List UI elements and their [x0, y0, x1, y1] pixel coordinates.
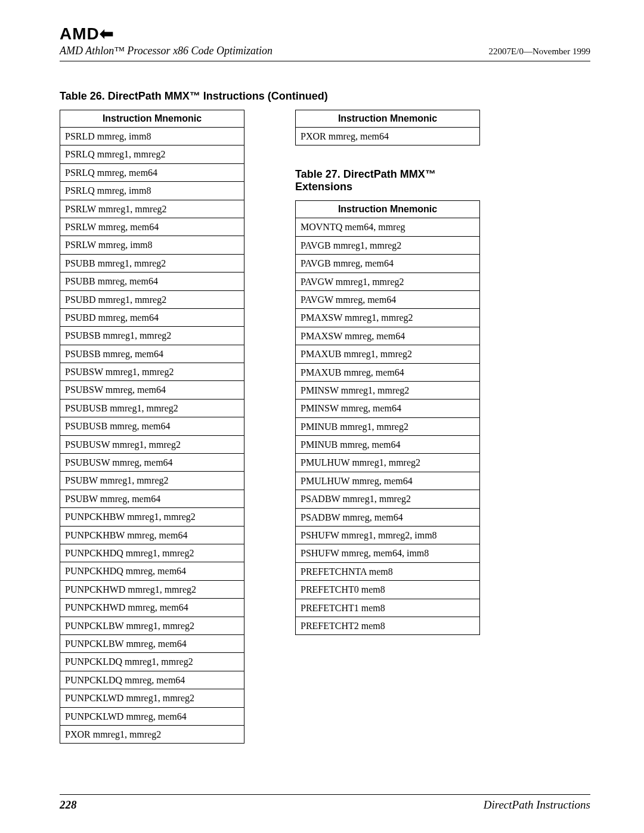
instruction-cell: MOVNTQ mem64, mmreg: [296, 218, 480, 236]
instruction-cell: PSHUFW mmreg, mem64, imm8: [296, 544, 480, 562]
instruction-cell: PSUBSB mmreg, mem64: [60, 345, 244, 363]
instruction-cell: PAVGW mmreg, mem64: [296, 290, 480, 308]
content-columns: Instruction Mnemonic PSRLD mmreg, imm8PS…: [60, 110, 590, 744]
instruction-cell: PUNPCKHBW mmreg1, mmreg2: [60, 508, 244, 526]
instruction-cell: PSADBW mmreg, mem64: [296, 508, 480, 526]
instruction-cell: PSUBW mmreg1, mmreg2: [60, 472, 244, 490]
instruction-cell: PSRLQ mmreg, mem64: [60, 163, 244, 181]
right-column: Instruction Mnemonic PXOR mmreg, mem64 T…: [295, 110, 480, 635]
instruction-cell: PSRLQ mmreg1, mmreg2: [60, 145, 244, 163]
instruction-cell: PMINSW mmreg, mem64: [296, 400, 480, 417]
instruction-cell: PUNPCKLWD mmreg1, mmreg2: [60, 689, 244, 707]
table-26-right: Instruction Mnemonic PXOR mmreg, mem64: [295, 110, 480, 145]
instruction-cell: PSRLW mmreg, imm8: [60, 236, 244, 254]
instruction-cell: PMINUB mmreg, mem64: [296, 436, 480, 454]
instruction-cell: PAVGB mmreg, mem64: [296, 255, 480, 272]
footer-rule: [60, 794, 590, 795]
page-number: 228: [60, 798, 77, 812]
header-row: AMD Athlon™ Processor x86 Code Optimizat…: [60, 45, 590, 57]
instruction-cell: PSUBUSW mmreg1, mmreg2: [60, 435, 244, 453]
table-26-left: Instruction Mnemonic PSRLD mmreg, imm8PS…: [60, 110, 244, 744]
footer-section: DirectPath Instructions: [484, 798, 590, 812]
instruction-cell: PUNPCKLDQ mmreg, mem64: [60, 671, 244, 689]
table-27-title: Table 27. DirectPath MMX™ Extensions: [295, 168, 480, 193]
instruction-cell: PUNPCKHBW mmreg, mem64: [60, 526, 244, 544]
instruction-cell: PSUBB mmreg, mem64: [60, 272, 244, 290]
instruction-cell: PXOR mmreg1, mmreg2: [60, 725, 244, 743]
instruction-cell: PSUBUSB mmreg1, mmreg2: [60, 399, 244, 417]
instruction-cell: PMINUB mmreg1, mmreg2: [296, 417, 480, 435]
instruction-cell: PAVGB mmreg1, mmreg2: [296, 236, 480, 254]
instruction-cell: PUNPCKLBW mmreg, mem64: [60, 634, 244, 652]
instruction-cell: PSRLQ mmreg, imm8: [60, 182, 244, 200]
instruction-cell: PREFETCHT0 mem8: [296, 581, 480, 599]
instruction-cell: PUNPCKHDQ mmreg, mem64: [60, 562, 244, 580]
col-header: Instruction Mnemonic: [296, 201, 480, 218]
instruction-cell: PSUBB mmreg1, mmreg2: [60, 254, 244, 272]
instruction-cell: PUNPCKLBW mmreg1, mmreg2: [60, 617, 244, 634]
instruction-cell: PSHUFW mmreg1, mmreg2, imm8: [296, 527, 480, 544]
table-27: Instruction Mnemonic MOVNTQ mem64, mmreg…: [295, 200, 480, 635]
instruction-cell: PSUBD mmreg1, mmreg2: [60, 290, 244, 308]
instruction-cell: PREFETCHT2 mem8: [296, 617, 480, 634]
left-column: Instruction Mnemonic PSRLD mmreg, imm8PS…: [60, 110, 244, 744]
instruction-cell: PSADBW mmreg1, mmreg2: [296, 490, 480, 508]
table-26-title: Table 26. DirectPath MMX™ Instructions (…: [60, 90, 590, 103]
instruction-cell: PREFETCHT1 mem8: [296, 599, 480, 617]
instruction-cell: PUNPCKHWD mmreg1, mmreg2: [60, 580, 244, 598]
instruction-cell: PSRLW mmreg, mem64: [60, 218, 244, 236]
instruction-cell: PMINSW mmreg1, mmreg2: [296, 381, 480, 399]
instruction-cell: PSUBSB mmreg1, mmreg2: [60, 327, 244, 345]
instruction-cell: PSUBW mmreg, mem64: [60, 490, 244, 507]
col-header: Instruction Mnemonic: [296, 110, 480, 128]
instruction-cell: PMAXUB mmreg, mem64: [296, 363, 480, 381]
instruction-cell: PSUBD mmreg, mem64: [60, 308, 244, 326]
instruction-cell: PSUBUSB mmreg, mem64: [60, 417, 244, 435]
instruction-cell: PUNPCKHDQ mmreg1, mmreg2: [60, 544, 244, 562]
instruction-cell: PMULHUW mmreg, mem64: [296, 472, 480, 490]
header-rule: [60, 61, 590, 61]
instruction-cell: PMULHUW mmreg1, mmreg2: [296, 454, 480, 472]
instruction-cell: PSUBSW mmreg, mem64: [60, 381, 244, 399]
instruction-cell: PAVGW mmreg1, mmreg2: [296, 272, 480, 290]
instruction-cell: PREFETCHNTA mem8: [296, 562, 480, 580]
instruction-cell: PXOR mmreg, mem64: [296, 128, 480, 145]
instruction-cell: PMAXUB mmreg1, mmreg2: [296, 345, 480, 363]
amd-logo: AMD⬅: [60, 24, 590, 44]
instruction-cell: PUNPCKLWD mmreg, mem64: [60, 707, 244, 725]
instruction-cell: PSUBUSW mmreg, mem64: [60, 454, 244, 472]
instruction-cell: PMAXSW mmreg, mem64: [296, 327, 480, 345]
instruction-cell: PSUBSW mmreg1, mmreg2: [60, 363, 244, 381]
instruction-cell: PMAXSW mmreg1, mmreg2: [296, 309, 480, 327]
doc-id: 22007E/0—November 1999: [489, 47, 590, 57]
instruction-cell: PUNPCKLDQ mmreg1, mmreg2: [60, 653, 244, 671]
col-header: Instruction Mnemonic: [60, 110, 244, 128]
footer: 228 DirectPath Instructions: [60, 794, 590, 812]
doc-title: AMD Athlon™ Processor x86 Code Optimizat…: [60, 45, 273, 57]
instruction-cell: PSRLD mmreg, imm8: [60, 128, 244, 145]
instruction-cell: PUNPCKHWD mmreg, mem64: [60, 599, 244, 617]
instruction-cell: PSRLW mmreg1, mmreg2: [60, 200, 244, 218]
